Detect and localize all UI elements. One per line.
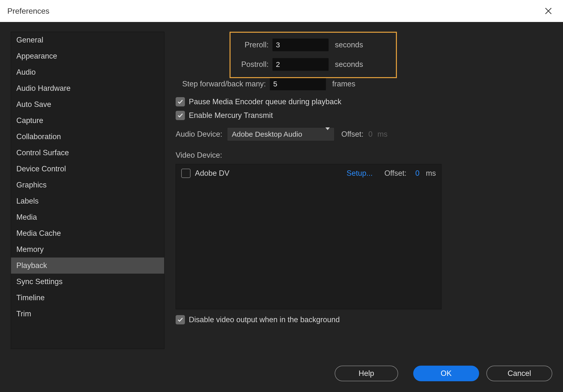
button-bar: Help OK Cancel [335, 366, 552, 381]
disable-bg-row: Disable video output when in the backgro… [176, 315, 552, 324]
video-device-checkbox[interactable] [181, 169, 191, 178]
postroll-label: Postroll: [235, 60, 269, 69]
sidebar-item-timeline[interactable]: Timeline [11, 290, 164, 306]
video-device-name: Adobe DV [195, 169, 342, 178]
sidebar-item-audio-hardware[interactable]: Audio Hardware [11, 80, 164, 96]
audio-device-value: Adobe Desktop Audio [232, 130, 302, 138]
playback-content: Preroll: seconds Postroll: seconds Step … [176, 32, 552, 382]
audio-offset-value[interactable]: 0 [368, 130, 372, 139]
preroll-input[interactable] [272, 39, 329, 51]
audio-device-row: Audio Device: Adobe Desktop Audio Offset… [176, 127, 552, 141]
window-title: Preferences [7, 7, 50, 16]
step-label: Step forward/back many: [176, 79, 266, 88]
video-offset-value[interactable]: 0 [415, 169, 419, 178]
preroll-unit: seconds [335, 40, 363, 49]
cancel-button[interactable]: Cancel [486, 366, 552, 381]
sidebar-item-appearance[interactable]: Appearance [11, 48, 164, 64]
step-unit: frames [332, 79, 355, 88]
chevron-down-icon [325, 130, 330, 138]
sidebar-item-device-control[interactable]: Device Control [11, 161, 164, 177]
enable-mercury-row: Enable Mercury Transmit [176, 111, 552, 120]
audio-offset-label: Offset: [341, 130, 363, 139]
check-icon [177, 99, 183, 105]
audio-device-dropdown[interactable]: Adobe Desktop Audio [227, 127, 334, 141]
enable-mercury-label: Enable Mercury Transmit [189, 111, 273, 120]
sidebar-item-capture[interactable]: Capture [11, 113, 164, 129]
sidebar-item-audio[interactable]: Audio [11, 64, 164, 80]
disable-bg-label: Disable video output when in the backgro… [189, 315, 340, 324]
check-icon [177, 113, 183, 118]
check-icon [177, 317, 183, 323]
titlebar: Preferences [0, 0, 563, 22]
sidebar-item-playback[interactable]: Playback [11, 258, 164, 274]
postroll-unit: seconds [335, 60, 363, 69]
sidebar-item-general[interactable]: General [11, 32, 164, 48]
sidebar-item-media[interactable]: Media [11, 209, 164, 225]
audio-device-label: Audio Device: [176, 130, 222, 139]
close-icon [545, 7, 552, 15]
audio-offset-unit: ms [377, 130, 387, 139]
video-offset-unit: ms [426, 169, 436, 178]
category-sidebar: GeneralAppearanceAudioAudio HardwareAuto… [11, 32, 164, 349]
video-device-setup-link[interactable]: Setup... [347, 169, 373, 178]
postroll-row: Postroll: seconds [235, 58, 552, 71]
enable-mercury-checkbox[interactable] [176, 111, 185, 120]
video-device-label: Video Device: [176, 151, 552, 160]
preferences-panel: GeneralAppearanceAudioAudio HardwareAuto… [0, 22, 563, 392]
help-button[interactable]: Help [335, 366, 398, 381]
sidebar-item-labels[interactable]: Labels [11, 193, 164, 209]
sidebar-item-control-surface[interactable]: Control Surface [11, 145, 164, 161]
sidebar-item-trim[interactable]: Trim [11, 306, 164, 322]
postroll-input[interactable] [272, 58, 329, 71]
pause-encoder-label: Pause Media Encoder queue during playbac… [189, 97, 342, 106]
ok-button[interactable]: OK [413, 366, 479, 381]
preroll-row: Preroll: seconds [235, 39, 552, 51]
sidebar-item-collaboration[interactable]: Collaboration [11, 129, 164, 145]
video-device-row: Adobe DVSetup...Offset:0ms [181, 169, 436, 178]
step-input[interactable] [270, 78, 326, 90]
disable-bg-checkbox[interactable] [176, 315, 185, 324]
sidebar-item-graphics[interactable]: Graphics [11, 177, 164, 193]
sidebar-item-sync-settings[interactable]: Sync Settings [11, 274, 164, 290]
pause-encoder-checkbox[interactable] [176, 97, 185, 106]
pause-encoder-row: Pause Media Encoder queue during playbac… [176, 97, 552, 106]
video-device-list: Adobe DVSetup...Offset:0ms [176, 164, 442, 309]
step-row: Step forward/back many: frames [176, 78, 552, 90]
sidebar-item-auto-save[interactable]: Auto Save [11, 96, 164, 113]
preroll-label: Preroll: [235, 40, 269, 49]
sidebar-item-memory[interactable]: Memory [11, 241, 164, 258]
close-button[interactable] [541, 4, 556, 18]
sidebar-item-media-cache[interactable]: Media Cache [11, 225, 164, 241]
video-offset-label: Offset: [384, 169, 407, 178]
